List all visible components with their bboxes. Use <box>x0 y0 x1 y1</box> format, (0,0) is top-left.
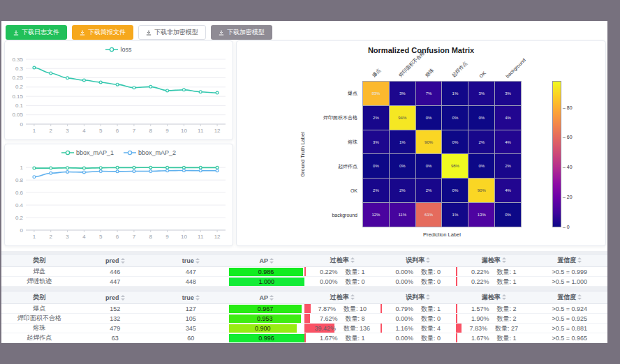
column-header-true[interactable]: true <box>153 291 229 304</box>
sort-caret-icon[interactable] <box>350 257 355 263</box>
column-header-误判率[interactable]: 误判率 <box>381 291 457 304</box>
sort-caret-icon[interactable] <box>121 295 125 301</box>
column-header-过检率[interactable]: 过检率 <box>304 255 381 267</box>
table-row: 焊印面积不合格1321050.9537.62%数量: 80.00%数量: 01.… <box>1 314 607 324</box>
column-header-置信度[interactable]: 置信度 <box>532 291 608 304</box>
svg-text:0.8: 0.8 <box>15 177 24 183</box>
sort-caret-icon[interactable] <box>270 295 274 301</box>
svg-text:7: 7 <box>133 128 136 134</box>
rate-pct: 1.57% <box>471 305 489 313</box>
ap-bar: 0.953 <box>229 314 301 323</box>
download-log-button[interactable]: 下载日志文件 <box>6 25 67 40</box>
column-header-误判率[interactable]: 误判率 <box>381 255 457 267</box>
confidence-cell: >0.5 = 0.940 <box>532 343 608 344</box>
sort-caret-icon[interactable] <box>502 294 506 300</box>
rate-pct: 0.00% <box>395 314 413 323</box>
svg-text:12: 12 <box>214 128 221 134</box>
matrix-cell: 61% <box>416 203 442 227</box>
matrix-cell: 98% <box>442 154 468 178</box>
column-header-过检率[interactable]: 过检率 <box>304 291 381 304</box>
dashboard-page: 下载日志文件 下载简报文件 下载非加密模型 下载加密模型 loss 00.050… <box>1 21 607 343</box>
legend-item-bbox_mAP_2[interactable]: bbox_mAP_2 <box>124 148 176 157</box>
sort-caret-icon[interactable] <box>502 257 506 263</box>
column-header-AP[interactable]: AP <box>229 255 305 267</box>
rate-pct: 0.00% <box>395 334 413 342</box>
ap-cell: 0.929 <box>229 343 305 344</box>
sort-caret-icon[interactable] <box>270 258 274 264</box>
column-header-pred[interactable]: pred <box>78 255 154 267</box>
over-rate-cell: 39.42%数量: 136 <box>304 324 381 333</box>
rate-pct: 39.42% <box>314 324 336 333</box>
svg-text:5: 5 <box>99 128 103 134</box>
true-cell: 447 <box>153 267 229 277</box>
miss-rate-cell: 0.22%数量: 1 <box>456 277 532 287</box>
matrix-cell: 4% <box>495 106 521 130</box>
true-cell: 127 <box>153 304 229 314</box>
map-chart-card: bbox_mAP_1bbox_mAP_2 00.20.40.60.8112345… <box>4 144 233 246</box>
column-header-pred[interactable]: pred <box>78 291 154 304</box>
column-header-true[interactable]: true <box>153 255 229 267</box>
miss-rate-cell: 0.00%数量: 0 <box>456 343 532 344</box>
confidence-cell: >0.5 = 0.881 <box>532 324 608 333</box>
svg-text:3: 3 <box>66 128 69 134</box>
rate-qty: 数量: 0 <box>346 278 365 286</box>
loss-chart-card: loss 00.050.10.150.20.250.30.35123456789… <box>4 40 233 140</box>
sort-caret-icon[interactable] <box>577 257 582 263</box>
class-cell: 焊印面积不合格 <box>1 314 78 324</box>
column-header-漏检率[interactable]: 漏检率 <box>456 291 532 304</box>
svg-text:0.15: 0.15 <box>12 93 23 100</box>
table-row: OK1171000.929117.00%数量: 1170.00%数量: 00.0… <box>1 343 607 344</box>
pred-cell: 132 <box>78 314 154 324</box>
ap-cell: 0.986 <box>229 267 305 277</box>
download-log-label: 下载日志文件 <box>22 29 59 36</box>
colorbar-tick: 80 <box>563 105 573 110</box>
misjudge-rate-cell: 0.00%数量: 0 <box>381 343 457 344</box>
matrix-cell: 3% <box>390 82 415 105</box>
miss-rate-cell: 0.22%数量: 1 <box>456 267 532 277</box>
svg-text:11: 11 <box>198 234 204 240</box>
legend-marker-icon <box>105 46 118 53</box>
sort-caret-icon[interactable] <box>195 295 200 301</box>
pred-cell: 479 <box>78 324 154 333</box>
legend-item-loss[interactable]: loss <box>105 45 131 54</box>
column-header-类别: 类别 <box>1 255 78 267</box>
column-header-置信度[interactable]: 置信度 <box>532 255 608 267</box>
legend-item-bbox_mAP_1[interactable]: bbox_mAP_1 <box>61 148 114 157</box>
column-header-类别: 类别 <box>1 291 78 304</box>
rate-qty: 数量: 2 <box>497 314 517 323</box>
sort-caret-icon[interactable] <box>121 258 125 264</box>
pred-cell: 152 <box>78 304 154 314</box>
matrix-col-label: background <box>505 57 526 79</box>
sort-caret-icon[interactable] <box>350 294 355 300</box>
download-report-button[interactable]: 下载简报文件 <box>72 25 133 40</box>
matrix-row-label: 焊印面积不合格 <box>307 105 357 130</box>
pred-cell: 117 <box>78 343 154 344</box>
table-row: 爆点1521270.9677.87%数量: 100.79%数量: 11.57%数… <box>1 304 607 314</box>
map-chart-legend: bbox_mAP_1bbox_mAP_2 <box>5 144 232 157</box>
download-icon <box>146 30 152 36</box>
column-header-AP[interactable]: AP <box>229 291 305 304</box>
matrix-cell: 83% <box>363 82 389 105</box>
sort-caret-icon[interactable] <box>426 294 430 300</box>
true-cell: 345 <box>153 324 229 333</box>
ap-bar: 0.996 <box>229 334 304 342</box>
svg-text:6: 6 <box>116 234 119 240</box>
svg-text:6: 6 <box>116 128 119 134</box>
svg-text:0.1: 0.1 <box>15 103 24 109</box>
matrix-cell: 1% <box>442 82 468 105</box>
rate-qty: 数量: 10 <box>344 305 367 313</box>
download-encrypted-model-button[interactable]: 下载加密模型 <box>211 25 272 40</box>
column-header-漏检率[interactable]: 漏检率 <box>456 255 532 267</box>
miss-rate-cell: 7.83%数量: 27 <box>456 324 532 333</box>
matrix-cell: 0% <box>363 154 389 178</box>
pred-cell: 63 <box>78 333 154 343</box>
sort-caret-icon[interactable] <box>577 294 582 300</box>
matrix-col-label: 熔珠 <box>424 67 436 79</box>
svg-text:0.4: 0.4 <box>15 202 24 208</box>
matrix-cell: 2% <box>468 130 494 154</box>
download-plain-model-button[interactable]: 下载非加密模型 <box>138 25 206 40</box>
svg-text:3: 3 <box>66 234 69 240</box>
download-toolbar: 下载日志文件 下载简报文件 下载非加密模型 下载加密模型 <box>1 21 607 43</box>
sort-caret-icon[interactable] <box>195 258 200 264</box>
sort-caret-icon[interactable] <box>426 257 430 263</box>
